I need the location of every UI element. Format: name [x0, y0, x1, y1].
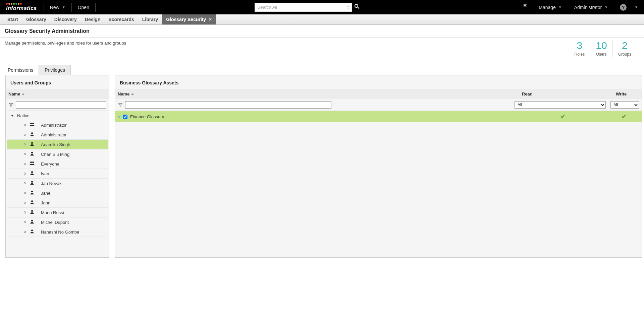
bullet-icon: [118, 116, 120, 118]
svg-point-2: [30, 123, 32, 124]
subtab-privileges[interactable]: Privileges: [39, 65, 71, 75]
count-label: Groups: [618, 52, 631, 57]
nav-tab-label: Scorecards: [108, 17, 134, 22]
manage-label: Manage: [539, 5, 556, 10]
asset-name: Finance Glossary: [130, 114, 164, 119]
asset-row[interactable]: Finance Glossary✔✔: [115, 111, 642, 122]
nav-tab-label: Library: [142, 17, 158, 22]
user-icon: [29, 132, 35, 138]
page-title: Glossary Security Administration: [5, 28, 639, 34]
user-item[interactable]: Administrator: [7, 120, 108, 130]
user-item[interactable]: Everyone: [7, 159, 108, 169]
page-description: Manage permissions, privileges and roles…: [5, 41, 126, 57]
user-item[interactable]: Ivan: [7, 169, 108, 179]
expander-icon: [11, 115, 14, 117]
left-col-name[interactable]: Name: [6, 89, 109, 99]
write-permission-icon: ✔: [610, 113, 638, 120]
nav-tab-glossary-security[interactable]: Glossary Security✕: [162, 14, 216, 24]
user-name: Nanashi No Gombe: [38, 230, 79, 235]
user-name: Jan Novak: [38, 181, 61, 186]
logo: informatica: [0, 3, 44, 11]
right-column-header: Name Read Write: [115, 89, 642, 99]
nav-tab-label: Glossary: [26, 17, 46, 22]
user-label: Administrator: [574, 5, 602, 10]
read-permission-icon: ✔: [516, 113, 610, 120]
help-button[interactable]: ?: [614, 4, 633, 11]
nav-tab-glossary[interactable]: Glossary: [22, 14, 50, 24]
nav-tab-library[interactable]: Library: [138, 14, 162, 24]
user-item[interactable]: Administrator: [7, 130, 108, 140]
svg-point-9: [31, 171, 33, 173]
user-name: John: [38, 200, 50, 205]
user-name: Administrator: [38, 132, 67, 137]
user-item[interactable]: Jan Novak: [7, 179, 108, 188]
help-icon: ?: [620, 4, 627, 11]
count-groups: 2Groups: [612, 41, 637, 57]
open-button[interactable]: Open: [72, 5, 95, 10]
col-read[interactable]: Read: [519, 89, 613, 99]
user-icon: [29, 180, 35, 186]
nav-tab-discovery[interactable]: Discovery: [50, 14, 81, 24]
user-item[interactable]: Chan Siu Ming: [7, 149, 108, 159]
tree-group-native[interactable]: Native: [7, 112, 108, 120]
assets-panel: Business Glossary Assets Name Read Write…: [115, 75, 642, 258]
new-menu[interactable]: New ▼: [44, 5, 71, 10]
manage-menu[interactable]: Manage ▼: [533, 5, 568, 10]
chevron-down-icon: ▼: [62, 5, 65, 9]
asset-filter-input[interactable]: [125, 101, 331, 109]
count-number: 3: [575, 41, 585, 51]
user-item[interactable]: Mario Rossi: [7, 208, 108, 217]
more-menu[interactable]: ▼: [633, 5, 644, 9]
user-item[interactable]: John: [7, 198, 108, 208]
col-write[interactable]: Write: [613, 89, 642, 99]
user-item[interactable]: Michel Dupont: [7, 217, 108, 227]
bullet-icon: [24, 173, 26, 175]
sort-asc-icon: [131, 93, 134, 95]
close-icon[interactable]: ✕: [209, 17, 212, 22]
filter-icon[interactable]: [118, 103, 123, 107]
count-label: Users: [596, 52, 607, 57]
user-item[interactable]: Nanashi No Gombe: [7, 227, 108, 237]
bullet-icon: [24, 202, 26, 204]
svg-point-3: [32, 123, 34, 124]
user-icon: [29, 151, 35, 157]
nav-tab-design[interactable]: Design: [81, 14, 105, 24]
col-name[interactable]: Name: [115, 89, 519, 99]
summary-counts: 3Roles10Users2Groups: [569, 41, 639, 57]
col-read-label: Read: [522, 91, 533, 97]
search-scope-dropdown[interactable]: ▽: [347, 5, 350, 9]
users-tree: NativeAdministratorAdministratorAnamika …: [6, 111, 109, 257]
count-users: 10Users: [590, 41, 612, 57]
subtab-permissions[interactable]: Permissions: [2, 65, 39, 75]
nav-tab-label: Start: [7, 17, 18, 22]
users-groups-panel: Users and Groups Name NativeAdministrato…: [5, 75, 109, 258]
col-name-label: Name: [118, 91, 129, 97]
nav-tab-scorecards[interactable]: Scorecards: [104, 14, 138, 24]
user-name: Michel Dupont: [38, 220, 69, 225]
user-item[interactable]: Anamika Singh: [7, 140, 108, 149]
bullet-icon: [24, 211, 26, 213]
user-icon: [29, 200, 35, 206]
svg-point-11: [31, 191, 33, 192]
user-menu[interactable]: Administrator ▼: [568, 5, 614, 10]
user-item[interactable]: Jane: [7, 188, 108, 198]
search-input[interactable]: [255, 3, 352, 12]
asset-checkbox[interactable]: [123, 115, 127, 119]
top-right: Manage ▼ Administrator ▼ ? ▼: [519, 3, 644, 12]
search-icon[interactable]: [354, 3, 360, 11]
filter-icon[interactable]: [8, 103, 14, 107]
bullet-icon: [24, 153, 26, 155]
nav-tab-start[interactable]: Start: [3, 14, 22, 24]
left-filter-input[interactable]: [16, 101, 106, 109]
count-roles: 3Roles: [569, 41, 590, 57]
nav-tab-label: Design: [85, 17, 101, 22]
svg-point-0: [355, 4, 358, 7]
read-filter-select[interactable]: All: [515, 101, 606, 109]
flag-icon[interactable]: [519, 4, 533, 11]
left-panel-title: Users and Groups: [6, 75, 109, 89]
user-icon: [29, 209, 35, 215]
user-name: Jane: [38, 191, 50, 196]
write-filter-select[interactable]: All: [610, 101, 639, 109]
left-col-name-label: Name: [8, 91, 20, 97]
user-name: Administrator: [38, 123, 67, 128]
